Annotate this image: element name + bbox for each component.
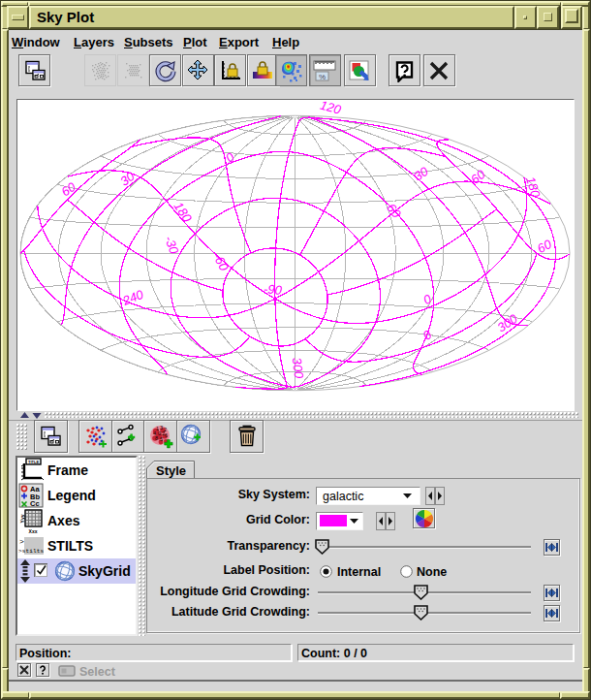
svg-text:120: 120 xyxy=(319,100,344,117)
svg-text:>: > xyxy=(19,537,24,546)
svg-text:180: 180 xyxy=(171,199,196,225)
svg-text:-60: -60 xyxy=(210,250,232,273)
svg-text:%: % xyxy=(319,73,326,81)
svg-text:-90: -90 xyxy=(263,281,283,298)
svg-text:60: 60 xyxy=(468,167,488,187)
svg-text:5: 5 xyxy=(160,436,163,442)
svg-text:>stilts: >stilts xyxy=(18,548,44,555)
svg-text:300: 300 xyxy=(290,357,307,380)
svg-text:0: 0 xyxy=(223,149,238,166)
svg-text:8: 8 xyxy=(155,435,158,441)
svg-text:0: 0 xyxy=(420,327,435,343)
svg-text:240: 240 xyxy=(120,287,146,309)
svg-text:6: 6 xyxy=(165,432,168,438)
svg-text:TITLE: TITLE xyxy=(28,460,39,464)
svg-text:60: 60 xyxy=(58,179,78,200)
svg-text:Yyy: Yyy xyxy=(19,514,25,523)
svg-text:180: 180 xyxy=(523,175,544,200)
